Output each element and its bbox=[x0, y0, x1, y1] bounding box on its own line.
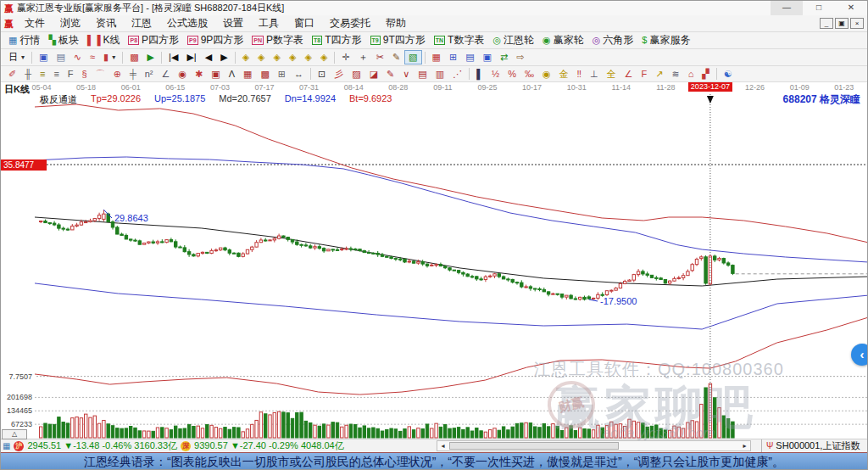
draw-roof-tool-button[interactable]: ⌂ bbox=[684, 67, 698, 81]
draw-balance-tool-button[interactable]: ⊥ bbox=[586, 67, 603, 81]
horizontal-scrollbar[interactable]: ◂ ▸ bbox=[437, 440, 751, 451]
mdi-restore-button[interactable]: ▣ bbox=[835, 18, 849, 29]
draw-arc-tool-button[interactable]: ⌒ bbox=[92, 67, 109, 81]
draw-n-square-button[interactable]: n² bbox=[141, 67, 158, 81]
toolbar-gann-wheel-button[interactable]: ◎江恩轮 bbox=[488, 33, 538, 48]
draw-region-tool-button[interactable]: ▞ bbox=[698, 67, 713, 81]
draw-h-expand-button[interactable]: ↔ bbox=[290, 67, 308, 81]
toolbar-p9-square-button[interactable]: P99P四方形 bbox=[183, 33, 248, 48]
tool-data-import-button[interactable]: ⇨ bbox=[512, 50, 528, 64]
draw-bars-count-button[interactable]: ╪ bbox=[125, 67, 141, 81]
menu-formula-stock-pick[interactable]: 公式选股 bbox=[159, 17, 215, 29]
tool-crosshair-tool-button[interactable]: ＋ bbox=[354, 50, 372, 64]
draw-f-angle-button[interactable]: F bbox=[637, 67, 651, 81]
tool-gann-box-tool-button[interactable]: ◈ bbox=[270, 50, 285, 64]
draw-photo-box-button[interactable]: ▣ bbox=[207, 67, 224, 81]
draw-f-levels-button[interactable]: F bbox=[64, 67, 78, 81]
draw-gann-grid-dense-button[interactable]: ▩ bbox=[256, 67, 273, 81]
tab-daily-kline[interactable]: 日K线 bbox=[4, 83, 30, 96]
tool-trend-small-button[interactable]: ∿ bbox=[70, 50, 86, 64]
tool-chart-lines-button[interactable]: ▧ bbox=[404, 50, 421, 64]
toolbar-winner-wheel-button[interactable]: ◉赢家轮 bbox=[538, 33, 588, 48]
mdi-close-button[interactable]: × bbox=[850, 18, 864, 29]
menu-browse[interactable]: 浏览 bbox=[53, 17, 88, 29]
scroll-left-arrow-icon[interactable]: ◂ bbox=[437, 441, 448, 450]
draw-wave-steps-button[interactable]: ≋ bbox=[667, 67, 683, 81]
draw-corner-shade-button[interactable]: ◪ bbox=[365, 67, 382, 81]
draw-peak-tool-button[interactable]: Λ bbox=[225, 67, 239, 81]
current-symbol-panel[interactable]: Ψ SH000001,上证指数 bbox=[761, 439, 867, 452]
toolbar-t9-square-button[interactable]: T99T四方形 bbox=[366, 33, 430, 48]
tool-flag-mark-button[interactable]: ▶ bbox=[143, 50, 159, 64]
tool-nav-last-button[interactable]: ▶| bbox=[182, 50, 200, 64]
mdi-minimize-button[interactable]: _ bbox=[820, 18, 833, 29]
draw-spiral-tool-button[interactable]: § bbox=[78, 67, 92, 81]
tool-quote-board-button[interactable]: ▤ bbox=[52, 50, 69, 64]
draw-rise-line-button[interactable]: ↗ bbox=[651, 67, 667, 81]
draw-angle-pencil-button[interactable]: ✎ bbox=[382, 67, 398, 81]
draw-gann-grid-button[interactable]: ▦ bbox=[239, 67, 256, 81]
tool-nav-first-button[interactable]: |◀ bbox=[164, 50, 182, 64]
draw-half-percent-button[interactable]: ½ bbox=[487, 67, 504, 81]
menu-tools[interactable]: 工具 bbox=[251, 17, 287, 29]
tool-gann-wave-tool-button[interactable]: ◈ bbox=[316, 50, 331, 64]
tool-save-template-button[interactable]: ▤ bbox=[461, 50, 478, 64]
draw-parallel-lines-button[interactable]: ⋰ bbox=[448, 67, 466, 81]
menu-file[interactable]: 文件 bbox=[17, 17, 53, 29]
tool-gann-circle-tool-button[interactable]: ◈ bbox=[285, 50, 300, 64]
tool-note-tool-button[interactable]: ✎ bbox=[388, 50, 404, 64]
tool-save-data-button[interactable]: ▣ bbox=[479, 50, 496, 64]
draw-gold-section-button[interactable]: 金 bbox=[555, 67, 573, 81]
toolbar-hexagon-button[interactable]: ◎六角形 bbox=[588, 33, 638, 48]
menu-settings[interactable]: 设置 bbox=[215, 17, 251, 29]
draw-ray-fan-button[interactable]: 彡 bbox=[330, 67, 348, 81]
menu-gann[interactable]: 江恩 bbox=[124, 17, 159, 29]
tool-candle-style-button[interactable]: ▮▾ bbox=[99, 50, 120, 64]
tool-cut-tool-button[interactable]: ✂ bbox=[372, 50, 388, 64]
tool-gann-grid-tool-button[interactable]: ◈ bbox=[301, 50, 316, 64]
draw-dense-grid-button[interactable]: ▥ bbox=[431, 67, 448, 81]
scroll-right-arrow-icon[interactable]: ▸ bbox=[739, 441, 750, 450]
tool-kline-overlay-button[interactable]: ▩ bbox=[125, 50, 142, 64]
tool-hand-tool-button[interactable]: ✛ bbox=[337, 50, 353, 64]
draw-column-tool-button[interactable]: ▌ bbox=[472, 67, 487, 81]
tool-nav-prev-button[interactable]: ◀ bbox=[201, 50, 216, 64]
collapse-panel-button[interactable]: ‹ bbox=[851, 344, 868, 366]
draw-target-tool-button[interactable]: ◉ bbox=[174, 67, 191, 81]
tool-nav-next-button[interactable]: ▶ bbox=[216, 50, 231, 64]
minimize-button[interactable]: — bbox=[771, 1, 803, 15]
toolbar-winner-service-button[interactable]: $赢家服务 bbox=[637, 33, 694, 48]
draw-percent-tool-button[interactable]: % bbox=[504, 67, 520, 81]
draw-full-section-button[interactable]: 全 bbox=[603, 67, 620, 81]
tool-gann-square-tool-button[interactable]: ◈ bbox=[238, 50, 253, 64]
draw-time-ruler-button[interactable]: ≡ bbox=[49, 67, 63, 81]
toolbar-quotes-button[interactable]: ▦行情 bbox=[4, 33, 44, 48]
toolbar-p-number-table-button[interactable]: PNP数字表 bbox=[248, 33, 308, 48]
maximize-button[interactable]: □ bbox=[803, 1, 835, 15]
draw-grid-tool-button[interactable]: ╫ bbox=[20, 67, 36, 81]
draw-pencil-tool-button[interactable]: ✐ bbox=[4, 67, 20, 81]
draw-circle-tool-button[interactable]: ⊕ bbox=[109, 67, 125, 81]
scrollbar-thumb[interactable] bbox=[449, 442, 619, 450]
menu-news[interactable]: 资讯 bbox=[88, 17, 124, 29]
menu-window[interactable]: 窗口 bbox=[287, 17, 322, 29]
draw-alert-tool-button[interactable]: ‼ bbox=[573, 67, 587, 81]
close-button[interactable]: ✕ bbox=[835, 1, 867, 15]
draw-taiji-button[interactable]: ☯ bbox=[720, 67, 737, 81]
toolbar-t-square-button[interactable]: T8T四方形 bbox=[308, 33, 366, 48]
draw-table-grid-button[interactable]: ▤ bbox=[414, 67, 431, 81]
draw-gold-circle-button[interactable]: ◉ bbox=[538, 67, 555, 81]
draw-price-ruler-button[interactable]: ≡ bbox=[36, 67, 49, 81]
tool-window-layout-button[interactable]: ▣ bbox=[35, 50, 52, 64]
tool-calendar-button[interactable]: ▦ bbox=[428, 50, 445, 64]
draw-star-tool-button[interactable]: ✱ bbox=[191, 67, 207, 81]
quotes-grid-icon[interactable]: ▦ bbox=[3, 441, 10, 450]
toolbar-t-number-table-button[interactable]: TNT数字表 bbox=[430, 33, 489, 48]
tool-period-day-button[interactable]: 日▾ bbox=[4, 50, 29, 64]
toolbar-kline-button[interactable]: ▌▐K线 bbox=[83, 33, 125, 48]
tool-data-export-button[interactable]: ⇄ bbox=[496, 50, 512, 64]
draw-shade-box-button[interactable]: ▨ bbox=[348, 67, 364, 81]
tool-trend-multi-button[interactable]: ≈ bbox=[86, 50, 99, 64]
toolbar-sectors-button[interactable]: ▚板块 bbox=[44, 33, 82, 48]
draw-permille-tool-button[interactable]: ‰ bbox=[520, 67, 538, 81]
